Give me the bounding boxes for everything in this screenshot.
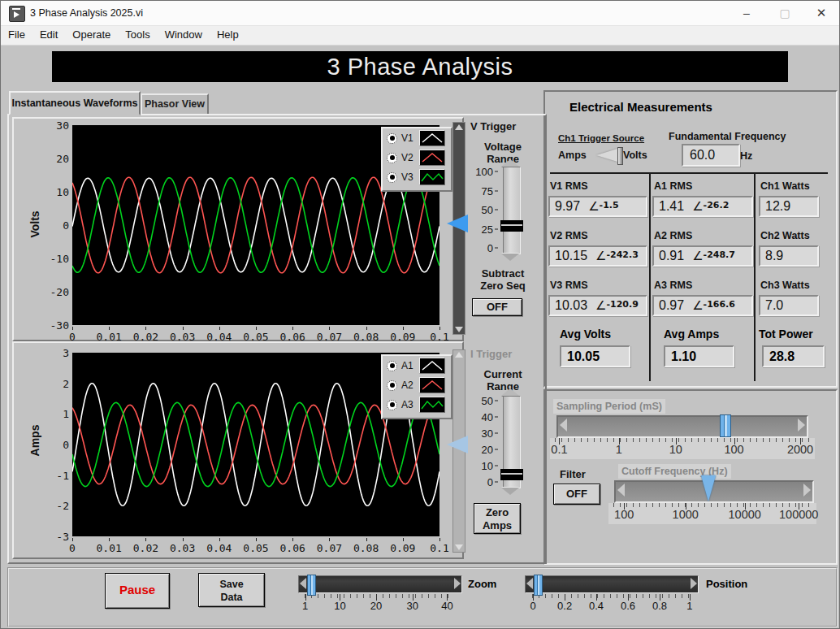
legend-item-V2[interactable]: V2 [383,148,451,167]
divider [754,173,756,381]
scale-tick-label: 1 [616,443,622,456]
y-tick-label: -1 [56,469,69,481]
legend-line-swatch-icon[interactable] [419,358,445,374]
rms-value-box[interactable]: 7.0 [759,295,819,316]
save-data-button[interactable]: Save Data [198,573,265,607]
v-trigger-level-pointer[interactable] [447,215,468,232]
filter-label: Filter [560,468,586,480]
legend-line-swatch-icon[interactable] [419,169,445,185]
pause-button[interactable]: Pause [105,573,170,609]
x-tick [183,538,184,541]
minimize-button[interactable]: – [734,4,759,22]
volts-axis-label: Volts [28,206,41,242]
legend-line-swatch-icon[interactable] [419,150,445,166]
slider-right-arrow-icon[interactable] [454,578,461,589]
legend-item-A3[interactable]: A3 [383,395,451,414]
legend-item-V3[interactable]: V3 [383,167,451,187]
amps-axis-label: Amps [28,423,41,458]
scroll-up-icon[interactable] [455,352,463,358]
average-value-box[interactable]: 28.8 [762,345,825,367]
y-tick-label: 30 [56,119,69,132]
position-handle[interactable] [534,575,543,596]
cutoff-frequency-slider[interactable] [614,480,814,503]
legend-line-swatch-icon[interactable] [419,397,445,413]
x-tick [145,327,146,330]
menu-operate[interactable]: Operate [65,26,118,43]
slider-right-arrow-icon[interactable] [803,484,811,497]
rms-label: Ch1 Watts [760,180,810,192]
legend-line-swatch-icon[interactable] [419,377,445,393]
legend-item-A1[interactable]: A1 [383,356,451,375]
voltage-range-handle[interactable] [500,220,523,232]
tab-phasor-view[interactable]: Phasor View [141,93,209,115]
menu-file[interactable]: File [1,26,32,43]
average-value-box[interactable]: 1.10 [664,345,734,367]
fundamental-frequency-value[interactable]: 60.0 [682,144,740,167]
scale-tick-label: 1000 [673,508,699,521]
plot-visible-radio-icon[interactable] [387,380,397,391]
toggle-handle[interactable] [617,147,623,165]
phase-angle: ∠-248.7 [692,249,735,263]
y-tick-label: -20 [50,286,69,298]
rms-value-box[interactable]: 0.91∠-248.7 [652,245,753,267]
toggle-cone-icon [596,149,617,162]
current-range-handle[interactable] [500,469,523,480]
phase-angle: ∠-26.2 [692,199,729,214]
slider-left-arrow-icon[interactable] [526,578,533,589]
plot-visible-radio-icon[interactable] [387,153,397,163]
zoom-slider[interactable] [298,575,462,593]
scale-tick-label: 0.4 [589,600,604,612]
rms-value-box[interactable]: 9.97∠-1.5 [548,196,647,217]
rms-magnitude: 10.15 [555,249,587,263]
legend-line-swatch-icon[interactable] [419,130,445,146]
slider-right-arrow-icon[interactable] [691,578,697,589]
plot-visible-radio-icon[interactable] [387,400,397,410]
watts-column: Ch1 Watts12.9Ch2 Watts8.9Ch3 Watts7.0Tot… [759,176,830,377]
rms-magnitude: 1.41 [659,199,684,214]
rms-value-box[interactable]: 8.9 [759,245,819,267]
rms-magnitude: 7.0 [765,298,783,313]
close-button[interactable]: ✕ [809,4,834,22]
rms-value-box[interactable]: 10.15∠-242.3 [548,245,647,267]
rms-value-box[interactable]: 0.97∠-166.6 [652,295,753,316]
scale-tick-label: 0.2 [557,600,572,612]
filter-button[interactable]: OFF [553,484,600,505]
x-tick [145,538,146,541]
position-slider[interactable] [525,575,699,593]
legend-item-V1[interactable]: V1 [383,128,451,148]
average-value-box[interactable]: 10.05 [560,345,630,367]
scroll-down-icon[interactable] [455,327,463,332]
menu-help[interactable]: Help [210,26,246,43]
cutoff-frequency-handle[interactable] [701,475,716,501]
scale-tick-label: 1 [686,600,692,612]
rms-value-box[interactable]: 1.41∠-26.2 [652,196,753,217]
plot-visible-radio-icon[interactable] [387,172,397,183]
scroll-up-icon[interactable] [455,124,463,130]
scale-tick-label: 0.6 [621,600,635,612]
volts-y-axis: 3020100-10-20-30 [41,125,69,325]
phase-angle: ∠-166.6 [692,298,735,313]
menu-edit[interactable]: Edit [32,26,65,43]
slider-left-arrow-icon[interactable] [560,419,567,432]
trigger-source-volts-label: Volts [623,150,647,161]
sampling-period-slider[interactable] [556,415,808,438]
trigger-source-toggle[interactable] [596,149,622,162]
slider-left-arrow-icon[interactable] [617,484,625,497]
slider-right-arrow-icon[interactable] [798,419,805,432]
rms-value-box[interactable]: 12.9 [759,196,819,217]
slider-left-arrow-icon[interactable] [300,578,306,589]
tab-instantaneous-waveforms[interactable]: Instantaneous Waveforms [9,91,141,115]
sampling-period-handle[interactable] [720,414,731,437]
menu-tools[interactable]: Tools [118,26,157,43]
i-trigger-level-pointer[interactable] [447,436,468,453]
plot-visible-radio-icon[interactable] [387,133,397,144]
x-tick-label: 0.08 [353,542,379,554]
legend-item-A2[interactable]: A2 [383,375,451,395]
plot-visible-radio-icon[interactable] [387,361,397,371]
maximize-button: ▢ [773,4,797,22]
zoom-handle[interactable] [307,575,316,596]
rms-value-box[interactable]: 10.03∠-120.9 [548,295,647,316]
menu-window[interactable]: Window [158,26,210,43]
x-tick-label: 0.04 [206,542,232,554]
scroll-down-icon[interactable] [455,544,463,550]
